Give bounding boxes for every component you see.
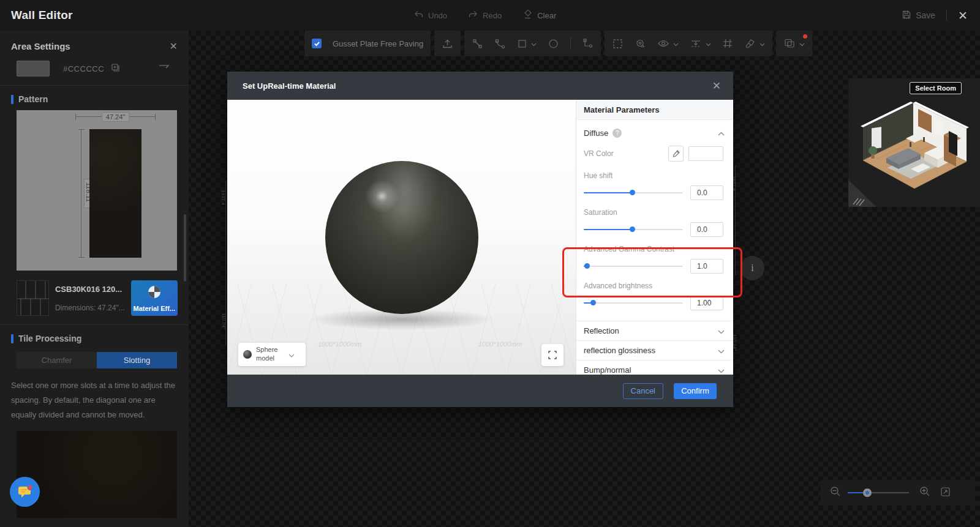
advanced-brightness-input[interactable]: 1.00 — [690, 296, 723, 310]
width-dimension-line: 47.24" — [75, 116, 156, 117]
info-button[interactable]: i — [741, 256, 764, 280]
dimension-label-left-bottom: 110.24" — [221, 313, 227, 329]
chevron-down-icon — [673, 38, 679, 49]
area-settings-panel: Area Settings ✕ #CCCCCC Pattern 47.24" 1… — [0, 31, 189, 527]
material-preview-area[interactable]: 1000*1000mm 1000*1000mm Sphere model — [227, 100, 576, 375]
visibility-button[interactable] — [657, 38, 679, 49]
wall-editor-screen: 1637.4 110.24" 1637.4 110.24" Wall Edito… — [0, 0, 980, 527]
slotting-preview-image[interactable] — [17, 431, 177, 518]
close-editor-button[interactable]: ✕ — [958, 10, 968, 21]
advanced-brightness-slider[interactable] — [584, 299, 683, 307]
preview-watermark: 1000*1000mm — [317, 340, 363, 348]
section-bump-normal[interactable]: Bump/normal — [576, 360, 733, 375]
chevron-down-icon — [718, 345, 725, 356]
resize-handle[interactable] — [848, 180, 876, 207]
wall-color-swatch[interactable] — [17, 61, 50, 77]
pattern-item[interactable]: CSB30K016 120... Dimensions: 47.24"... M… — [17, 280, 178, 316]
layers-button[interactable] — [783, 38, 805, 49]
circle-tool-button[interactable] — [548, 38, 559, 50]
diffuse-section-header[interactable]: Diffuse ? — [576, 120, 733, 144]
modal-title: Set UpReal-time Material — [243, 81, 336, 91]
vr-color-row: VR Color — [576, 144, 733, 169]
support-chat-button[interactable] — [10, 477, 40, 507]
material-effect-label: Material Eff... — [134, 305, 175, 312]
modal-header: Set UpReal-time Material ✕ — [227, 72, 733, 100]
saturation-input[interactable]: 0.0 — [690, 222, 723, 237]
gamma-contrast-input[interactable]: 1.0 — [690, 259, 723, 274]
tile-processing-title: Tile Processing — [18, 334, 81, 343]
chevron-down-icon — [718, 365, 725, 375]
line-tool-button[interactable] — [472, 38, 483, 50]
paving-checkbox[interactable] — [312, 39, 322, 48]
slider-handle[interactable] — [630, 190, 635, 195]
confirm-button[interactable]: Confirm — [674, 383, 717, 399]
copy-color-icon[interactable] — [110, 62, 121, 75]
material-effect-button[interactable]: Material Eff... — [131, 280, 178, 316]
close-panel-button[interactable]: ✕ — [170, 40, 178, 52]
arc-tool-button[interactable] — [494, 38, 506, 50]
vr-color-swatch[interactable] — [688, 146, 723, 161]
pattern-thumbnail — [17, 280, 49, 316]
model-select-dropdown[interactable]: Sphere model — [238, 343, 306, 366]
model-select-label: Sphere model — [256, 346, 284, 363]
tab-slotting[interactable]: Slotting — [97, 352, 177, 368]
path-tool-button[interactable] — [582, 38, 594, 50]
help-icon[interactable]: ? — [612, 129, 622, 138]
paving-toggle-group[interactable]: Gusset Plate Free Paving — [304, 31, 431, 56]
dimension-button[interactable] — [690, 38, 711, 49]
topbar: Wall Editor Undo Redo Clear Save ✕ — [0, 0, 980, 31]
hue-shift-input[interactable]: 0.0 — [690, 185, 723, 200]
drawing-toolbar: Gusset Plate Free Paving — [304, 31, 812, 56]
saturation-slider[interactable] — [584, 225, 683, 234]
room-preview-panel[interactable]: Select Room — [848, 78, 980, 207]
upload-group — [434, 31, 461, 56]
measure-tape-button[interactable] — [635, 38, 646, 50]
modal-close-button[interactable]: ✕ — [712, 80, 721, 92]
cancel-button[interactable]: Cancel — [623, 383, 663, 399]
chat-bubble-icon — [17, 484, 34, 500]
rect-tool-button[interactable] — [517, 38, 537, 49]
fit-screen-icon[interactable] — [940, 486, 951, 500]
zoom-in-icon[interactable] — [919, 485, 931, 500]
pattern-item-dimensions: Dimensions: 47.24"... — [55, 304, 125, 312]
clear-button[interactable]: Clear — [522, 9, 556, 21]
pattern-preview[interactable]: 47.24" 118.11" — [17, 110, 177, 271]
paint-brush-button[interactable] — [744, 38, 765, 50]
undo-icon — [413, 9, 424, 21]
slider-handle[interactable] — [584, 263, 590, 269]
slider-handle[interactable] — [590, 300, 596, 305]
gamma-contrast-slider[interactable] — [584, 262, 683, 271]
advanced-brightness-control: Advanced brightness 1.00 — [576, 279, 733, 310]
redo-button[interactable]: Redo — [468, 9, 502, 21]
save-button[interactable]: Save — [902, 10, 935, 21]
upload-button[interactable] — [442, 38, 453, 50]
vr-color-label: VR Color — [584, 149, 614, 158]
hue-shift-slider[interactable] — [584, 189, 683, 197]
select-room-button[interactable]: Select Room — [910, 82, 962, 94]
grid-button[interactable] — [722, 38, 733, 49]
chevron-down-icon — [760, 38, 765, 49]
height-dimension-line: 118.11" — [81, 129, 81, 258]
fullscreen-button[interactable] — [541, 344, 564, 366]
material-parameters-panel: Material Parameters Diffuse ? VR Color H… — [576, 100, 733, 375]
eyedropper-button[interactable] — [668, 146, 684, 162]
panel-header: Material Parameters — [576, 100, 733, 120]
sidebar-scrollbar[interactable] — [184, 214, 186, 282]
zoom-out-icon[interactable] — [829, 485, 842, 500]
tab-chamfer[interactable]: Chamfer — [17, 352, 97, 368]
section-reflection[interactable]: Reflection — [576, 321, 733, 340]
material-sphere-icon — [147, 285, 162, 302]
section-reflection-glossiness[interactable]: reflection glossiness — [576, 340, 733, 360]
material-modal: Set UpReal-time Material ✕ 1000*1000mm 1… — [227, 72, 733, 407]
gamma-contrast-label: Advanced Gamma Contrast — [584, 245, 723, 253]
undo-button[interactable]: Undo — [413, 9, 447, 21]
marquee-select-button[interactable] — [612, 38, 624, 50]
slider-handle[interactable] — [630, 226, 635, 232]
chevron-down-icon — [706, 38, 711, 49]
chevron-down-icon — [288, 349, 295, 360]
zoom-slider-handle[interactable] — [863, 488, 872, 497]
expand-arrow-icon[interactable] — [158, 61, 172, 72]
material-sphere-preview — [325, 161, 478, 314]
zoom-slider[interactable] — [848, 488, 909, 497]
paving-checkbox-label: Gusset Plate Free Paving — [333, 39, 423, 48]
